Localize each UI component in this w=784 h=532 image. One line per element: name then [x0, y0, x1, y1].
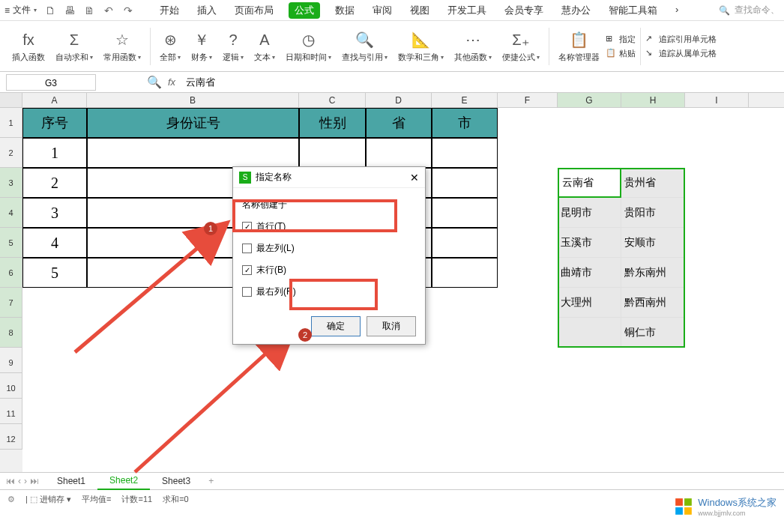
cell-H5[interactable]: 安顺市: [621, 228, 685, 258]
checkbox-icon[interactable]: [242, 287, 252, 297]
col-header-G[interactable]: G: [558, 93, 621, 107]
cell-A6[interactable]: 5: [22, 258, 87, 288]
row-header-10[interactable]: 10: [0, 373, 22, 399]
row-header-4[interactable]: 4: [0, 198, 22, 228]
define-name-button[interactable]: ⊞指定: [606, 34, 636, 45]
row-header-6[interactable]: 6: [0, 258, 22, 288]
undo-icon[interactable]: ↶: [103, 4, 115, 16]
other-fn-button[interactable]: ⋯ 其他函数▾: [450, 29, 496, 63]
row-header-2[interactable]: 2: [0, 138, 22, 168]
col-header-A[interactable]: A: [22, 93, 87, 107]
sheet-tab-2[interactable]: Sheet2: [97, 472, 150, 490]
cell-H4[interactable]: 贵阳市: [621, 198, 685, 228]
cell-C1[interactable]: 性别: [299, 108, 366, 138]
cell-B1[interactable]: 身份证号: [87, 108, 299, 138]
add-sheet-button[interactable]: +: [202, 476, 220, 486]
tab-view[interactable]: 视图: [407, 2, 432, 19]
option-right-row[interactable]: 最右列(R): [242, 281, 416, 303]
trace-dependents-button[interactable]: ↘追踪从属单元格: [645, 48, 717, 59]
cell-D2[interactable]: [366, 138, 432, 168]
tab-home[interactable]: 开始: [157, 2, 182, 19]
col-header-E[interactable]: E: [432, 93, 498, 107]
cell-G3[interactable]: 云南省: [558, 168, 621, 198]
cell-H3[interactable]: 贵州省: [621, 168, 685, 198]
dialog-titlebar[interactable]: S 指定名称 ✕: [233, 167, 425, 188]
row-header-3[interactable]: 3: [0, 168, 22, 198]
cell-H7[interactable]: 黔西南州: [621, 288, 685, 318]
auto-sum-button[interactable]: Σ 自动求和▾: [51, 29, 97, 63]
col-header-B[interactable]: B: [87, 93, 299, 107]
tab-more[interactable]: ›: [672, 2, 681, 19]
cell-A4[interactable]: 3: [22, 198, 87, 228]
cell-E3[interactable]: [432, 168, 498, 198]
select-all-corner[interactable]: [0, 93, 22, 107]
finance-fn-button[interactable]: ￥ 财务▾: [187, 29, 217, 63]
col-header-I[interactable]: I: [685, 93, 749, 107]
cell-B2[interactable]: [87, 138, 299, 168]
cell-G4[interactable]: 昆明市: [558, 198, 621, 228]
save-icon[interactable]: 🗋: [44, 4, 56, 16]
checkbox-checked-icon[interactable]: ✓: [242, 222, 252, 232]
tab-dev[interactable]: 开发工具: [444, 2, 489, 19]
cell-A2[interactable]: 1: [22, 138, 87, 168]
name-box[interactable]: G3: [6, 74, 96, 91]
formula-input[interactable]: 云南省: [181, 74, 220, 91]
paste-name-button[interactable]: 📋粘贴: [606, 48, 636, 59]
row-header-7[interactable]: 7: [0, 288, 22, 318]
cell-A1[interactable]: 序号: [22, 108, 87, 138]
text-fn-button[interactable]: A 文本▾: [250, 29, 280, 63]
option-bottom-row[interactable]: ✓ 末行(B): [242, 259, 416, 281]
tab-data[interactable]: 数据: [332, 2, 358, 19]
checkbox-checked-icon[interactable]: ✓: [242, 265, 252, 275]
option-top-row[interactable]: ✓ 首行(T): [242, 216, 416, 238]
tab-member[interactable]: 会员专享: [501, 2, 546, 19]
nav-last-icon[interactable]: ⏭: [30, 476, 39, 486]
row-header-1[interactable]: 1: [0, 108, 22, 138]
cell-E2[interactable]: [432, 138, 498, 168]
cell-G8[interactable]: [558, 318, 621, 348]
lookup-fn-button[interactable]: 🔍 查找与引用▾: [337, 29, 392, 63]
tab-formula[interactable]: 公式: [289, 2, 320, 19]
trace-precedents-button[interactable]: ↗追踪引用单元格: [645, 34, 717, 45]
settings-icon[interactable]: ⚙: [7, 495, 15, 504]
tab-smarttools[interactable]: 智能工具箱: [606, 2, 660, 19]
datetime-fn-button[interactable]: ◷ 日期和时间▾: [281, 29, 336, 63]
common-fn-button[interactable]: ☆ 常用函数▾: [99, 29, 145, 63]
cell-E6[interactable]: [432, 258, 498, 288]
redo-icon[interactable]: ↷: [122, 4, 134, 16]
nav-prev-icon[interactable]: ‹: [18, 476, 21, 486]
search-box[interactable]: 🔍 查找命令、: [719, 4, 780, 16]
col-header-C[interactable]: C: [299, 93, 366, 107]
cell-H6[interactable]: 黔东南州: [621, 258, 685, 288]
cell-C2[interactable]: [299, 138, 366, 168]
cell-A3[interactable]: 2: [22, 168, 87, 198]
tab-insert[interactable]: 插入: [194, 2, 220, 19]
cell-G5[interactable]: 玉溪市: [558, 228, 621, 258]
tab-review[interactable]: 审阅: [370, 2, 395, 19]
ok-button[interactable]: 确定: [311, 316, 361, 336]
sheet-tab-3[interactable]: Sheet3: [150, 473, 202, 489]
sheet-tab-1[interactable]: Sheet1: [45, 473, 97, 489]
close-icon[interactable]: ✕: [410, 172, 419, 184]
tab-office[interactable]: 慧办公: [558, 2, 594, 19]
row-header-12[interactable]: 12: [0, 424, 22, 450]
logic-fn-button[interactable]: ? 逻辑▾: [218, 29, 248, 63]
row-header-9[interactable]: 9: [0, 348, 22, 373]
nav-first-icon[interactable]: ⏮: [6, 476, 15, 486]
insert-function-button[interactable]: fx 插入函数: [7, 29, 49, 63]
tab-layout[interactable]: 页面布局: [232, 2, 277, 19]
cell-G7[interactable]: 大理州: [558, 288, 621, 318]
math-fn-button[interactable]: 📐 数学和三角▾: [393, 29, 448, 63]
cell-G6[interactable]: 曲靖市: [558, 258, 621, 288]
file-menu[interactable]: ≡ 文件 ▾: [4, 4, 37, 16]
nav-next-icon[interactable]: ›: [24, 476, 27, 486]
cell-E4[interactable]: [432, 198, 498, 228]
quick-formula-button[interactable]: Σ₊ 便捷公式▾: [498, 29, 544, 63]
col-header-H[interactable]: H: [621, 93, 685, 107]
checkbox-icon[interactable]: [242, 244, 252, 253]
preview-icon[interactable]: 🗎: [83, 4, 95, 16]
col-header-F[interactable]: F: [498, 93, 558, 107]
fx-icon[interactable]: fx: [168, 76, 175, 88]
cancel-button[interactable]: 取消: [367, 316, 416, 336]
col-header-D[interactable]: D: [366, 93, 432, 107]
